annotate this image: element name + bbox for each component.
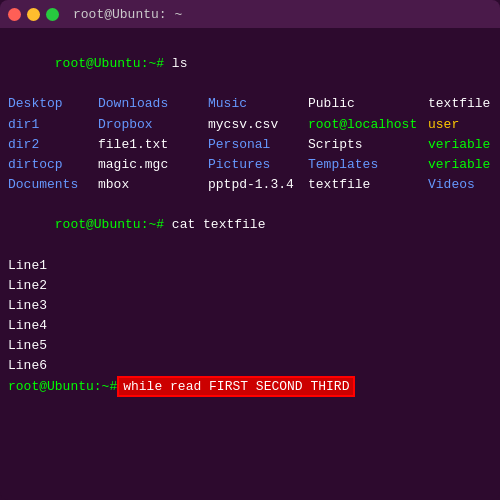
window-title: root@Ubuntu: ~: [73, 7, 182, 22]
ls-cell: Scripts: [308, 135, 428, 155]
current-prompt: root@Ubuntu:~#: [8, 379, 117, 394]
cat-cmd: cat textfile: [164, 217, 265, 232]
ls-cell: Documents: [8, 175, 98, 195]
ls-cell: Music: [208, 94, 308, 114]
current-prompt-line: root@Ubuntu:~# while read FIRST SECOND T…: [8, 376, 492, 397]
ls-cell: magic.mgc: [98, 155, 208, 175]
ls-cell: Desktop: [8, 94, 98, 114]
close-button[interactable]: [8, 8, 21, 21]
minimize-button[interactable]: [27, 8, 40, 21]
output-line3: Line3: [8, 296, 492, 316]
ls-cell: veriable: [428, 135, 500, 155]
ls-cell: file1.txt: [98, 135, 208, 155]
output-line1: Line1: [8, 256, 492, 276]
prompt-user2: root@Ubuntu:~#: [55, 217, 164, 232]
ls-cell: dir2: [8, 135, 98, 155]
ls-cell: Public: [308, 94, 428, 114]
ls-cell: Dropbox: [98, 115, 208, 135]
ls-cell: Personal: [208, 135, 308, 155]
ls-cell: Videos: [428, 175, 500, 195]
ls-cell: dirtocp: [8, 155, 98, 175]
ls-cell: veriable: [428, 155, 500, 175]
ls-cmd: ls: [164, 56, 187, 71]
maximize-button[interactable]: [46, 8, 59, 21]
current-input[interactable]: while read FIRST SECOND THIRD: [117, 376, 355, 397]
ls-cell: user: [428, 115, 500, 135]
ls-cell: Pictures: [208, 155, 308, 175]
output-line4: Line4: [8, 316, 492, 336]
ls-cell: mycsv.csv: [208, 115, 308, 135]
cat-command-line: root@Ubuntu:~# cat textfile: [8, 195, 492, 255]
output-line6: Line6: [8, 356, 492, 376]
ls-output: Desktop Downloads Music Public textfile …: [8, 94, 492, 195]
terminal-body[interactable]: root@Ubuntu:~# ls Desktop Downloads Musi…: [0, 28, 500, 500]
ls-cell: Templates: [308, 155, 428, 175]
output-line2: Line2: [8, 276, 492, 296]
ls-cell: mbox: [98, 175, 208, 195]
ls-cell: Downloads: [98, 94, 208, 114]
ls-command-line: root@Ubuntu:~# ls: [8, 34, 492, 94]
ls-cell: root@localhost: [308, 115, 428, 135]
ls-cell: textfile: [308, 175, 428, 195]
prompt-user: root@Ubuntu:~#: [55, 56, 164, 71]
ls-cell: textfile: [428, 94, 500, 114]
ls-cell: dir1: [8, 115, 98, 135]
terminal-window: root@Ubuntu: ~ root@Ubuntu:~# ls Desktop…: [0, 0, 500, 500]
output-line5: Line5: [8, 336, 492, 356]
ls-cell: pptpd-1.3.4: [208, 175, 308, 195]
titlebar: root@Ubuntu: ~: [0, 0, 500, 28]
